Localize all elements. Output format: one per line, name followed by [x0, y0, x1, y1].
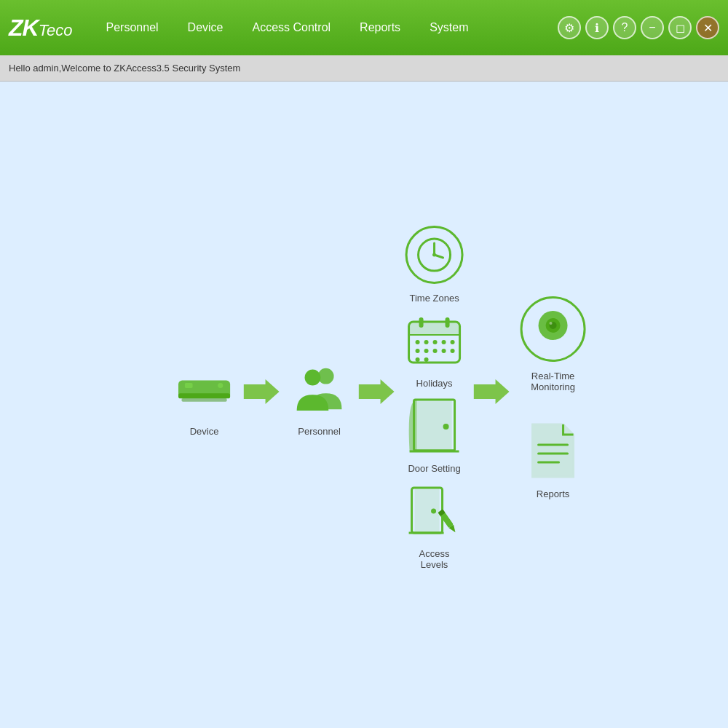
nav-reports[interactable]: Reports [348, 17, 412, 39]
door-setting-icon[interactable] [405, 396, 464, 454]
svg-point-18 [433, 340, 438, 344]
svg-point-21 [416, 349, 420, 353]
svg-marker-5 [244, 379, 280, 404]
svg-point-38 [431, 509, 436, 514]
svg-marker-8 [359, 379, 395, 404]
svg-rect-29 [446, 317, 450, 328]
logo-teco: Teco [39, 21, 73, 40]
svg-point-19 [442, 340, 446, 344]
right-column: Real-Time Monitoring Repor [521, 296, 586, 499]
svg-rect-28 [419, 317, 424, 328]
middle-column: Time Zones [405, 226, 464, 570]
svg-point-23 [433, 349, 438, 353]
svg-point-22 [424, 349, 429, 353]
reports-label: Reports [537, 488, 570, 499]
door-setting-label: Door Setting [408, 463, 460, 474]
logo-zk: ZK [9, 15, 39, 41]
real-time-label: Real-Time Monitoring [521, 371, 586, 392]
logo: ZKTeco [9, 15, 73, 41]
holidays-item: Holidays [405, 311, 464, 389]
personnel-label: Personnel [298, 426, 341, 437]
info-button[interactable]: ℹ [585, 16, 609, 39]
header: ZKTeco Personnel Device Access Control R… [0, 0, 728, 55]
time-zones-label: Time Zones [409, 293, 459, 304]
svg-point-26 [416, 357, 420, 362]
svg-point-16 [416, 340, 420, 344]
nav-personnel[interactable]: Personnel [95, 17, 170, 39]
minimize-button[interactable]: − [641, 16, 664, 39]
nav-system[interactable]: System [418, 17, 480, 39]
personnel-column: Personnel [290, 359, 349, 437]
window-controls: ⚙ ℹ ? − ◻ ✕ [558, 16, 719, 39]
svg-rect-14 [409, 322, 460, 335]
holidays-label: Holidays [416, 378, 453, 389]
settings-button[interactable]: ⚙ [558, 16, 581, 39]
door-setting-item: Door Setting [405, 396, 464, 474]
svg-point-27 [424, 357, 429, 362]
device-icon[interactable] [175, 359, 234, 417]
close-button[interactable]: ✕ [696, 16, 719, 39]
holidays-icon[interactable] [405, 311, 464, 369]
nav-access-control[interactable]: Access Control [241, 17, 343, 39]
main-content: Device Personnel [0, 82, 728, 728]
access-levels-icon[interactable] [405, 481, 464, 539]
svg-point-33 [443, 424, 449, 430]
navigation: Personnel Device Access Control Reports … [95, 17, 558, 39]
status-bar: Hello admin,Welcome to ZKAccess3.5 Secur… [0, 55, 728, 82]
personnel-icon[interactable] [290, 359, 349, 417]
access-levels-label: Access Levels [405, 548, 464, 570]
device-column: Device [175, 359, 234, 437]
arrow-2 [349, 379, 405, 405]
svg-point-3 [218, 382, 223, 387]
maximize-button[interactable]: ◻ [668, 16, 692, 39]
status-text: Hello admin,Welcome to ZKAccess3.5 Secur… [9, 63, 240, 74]
svg-point-20 [451, 340, 455, 344]
svg-point-17 [424, 340, 429, 344]
svg-point-46 [550, 322, 553, 325]
svg-rect-1 [178, 393, 230, 398]
time-zones-icon[interactable] [405, 226, 464, 284]
svg-point-24 [442, 349, 446, 353]
nav-device[interactable]: Device [176, 17, 235, 39]
svg-marker-42 [474, 379, 510, 404]
svg-point-25 [451, 349, 455, 353]
svg-rect-2 [185, 382, 193, 387]
help-button[interactable]: ? [613, 16, 636, 39]
arrow-1 [234, 379, 290, 405]
access-levels-item: Access Levels [405, 481, 464, 570]
real-time-icon[interactable] [521, 296, 586, 362]
svg-point-12 [432, 253, 436, 257]
svg-rect-4 [181, 398, 226, 401]
time-zones-item: Time Zones [405, 226, 464, 304]
reports-item: Reports [524, 422, 582, 499]
reports-icon[interactable] [524, 422, 582, 480]
device-label: Device [190, 426, 219, 437]
arrow-3 [464, 379, 521, 405]
svg-point-7 [305, 370, 321, 386]
real-time-item: Real-Time Monitoring [521, 296, 586, 392]
